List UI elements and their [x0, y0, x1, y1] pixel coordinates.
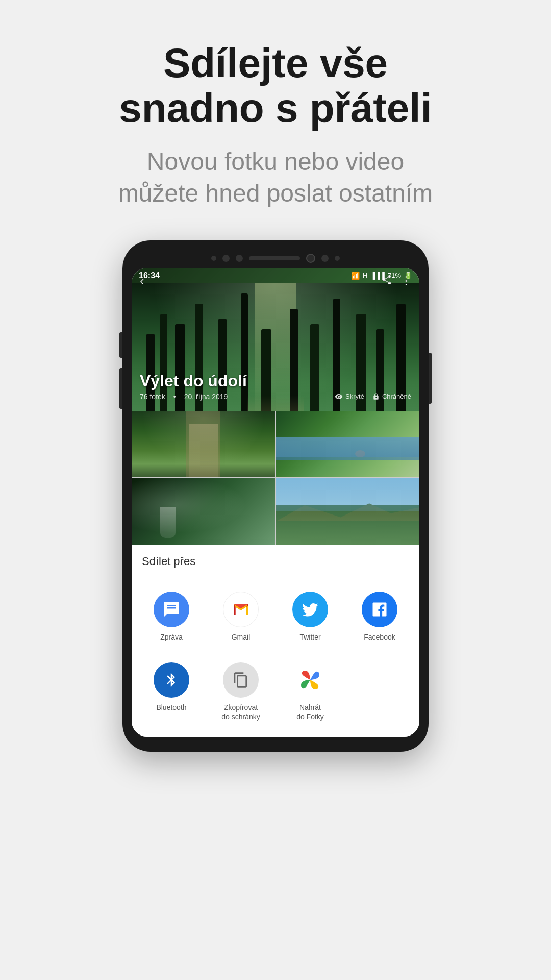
- album-meta-right: Skryté Chráněné: [335, 393, 411, 401]
- photo-grid: [132, 411, 419, 545]
- copy-icon: [223, 662, 259, 698]
- notch-dot-1: [211, 256, 216, 261]
- status-icons: 📶 H ▐▐▐ 71% 🔋: [351, 272, 412, 280]
- message-label: Zpráva: [160, 632, 183, 642]
- gmail-icon: [223, 592, 259, 627]
- hidden-label: Skryté: [345, 393, 364, 400]
- message-icon: [154, 592, 189, 627]
- front-camera: [306, 254, 315, 263]
- photo-3[interactable]: [132, 478, 275, 545]
- share-item-gmail[interactable]: Gmail: [206, 586, 276, 647]
- signal-bars-icon: ▐▐▐: [370, 272, 385, 279]
- phone-mockup: 16:34 📶 H ▐▐▐ 71% 🔋: [122, 240, 429, 752]
- bluetooth-label: Bluetooth: [156, 703, 186, 712]
- share-item-facebook[interactable]: Facebook: [345, 586, 414, 647]
- share-apps-row2: Bluetooth Zkopírovatdo schránky: [132, 652, 419, 737]
- hero-title: Sdílejte všesnadno s přáteli: [118, 41, 433, 131]
- notch-dot-4: [321, 255, 329, 262]
- share-item-twitter[interactable]: Twitter: [276, 586, 345, 647]
- album-date: 20. října 2019: [184, 393, 228, 401]
- photo-4[interactable]: [276, 478, 419, 545]
- twitter-label: Twitter: [299, 632, 320, 642]
- phone-notch: [132, 250, 419, 268]
- twitter-icon: [292, 592, 328, 627]
- signal-icon: H: [363, 272, 367, 279]
- notch-dot-5: [335, 256, 340, 261]
- dot-separator: •: [173, 393, 176, 401]
- status-time: 16:34: [139, 271, 160, 280]
- facebook-label: Facebook: [364, 632, 395, 642]
- wifi-icon: 📶: [351, 272, 360, 280]
- photo-count: 76 fotek: [140, 393, 165, 401]
- battery-text: 71%: [388, 272, 401, 279]
- battery-icon: 🔋: [404, 272, 412, 279]
- protected-label: Chráněné: [382, 393, 411, 400]
- photo-2[interactable]: [276, 411, 419, 477]
- share-apps-row1: Zpráva Gm: [132, 576, 419, 652]
- album-info: Výlet do údolí 76 fotek • 20. října 2019: [140, 372, 247, 401]
- album-meta: 76 fotek • 20. října 2019: [140, 393, 247, 401]
- album-header: 16:34 📶 H ▐▐▐ 71% 🔋: [132, 268, 419, 411]
- share-item-message[interactable]: Zpráva: [137, 586, 206, 647]
- gmail-label: Gmail: [232, 632, 251, 642]
- hero-subtitle: Novou fotku nebo videomůžete hned poslat…: [118, 146, 433, 210]
- hero-section: Sdílejte všesnadno s přáteli Novou fotku…: [78, 0, 473, 230]
- photo-1[interactable]: [132, 411, 275, 477]
- protected-badge: Chráněné: [372, 393, 411, 400]
- phone-screen: 16:34 📶 H ▐▐▐ 71% 🔋: [132, 268, 419, 737]
- copy-label: Zkopírovatdo schránky: [221, 703, 260, 721]
- notch-dot-3: [236, 255, 243, 262]
- power-button: [429, 353, 432, 404]
- share-header: Sdílet přes: [132, 545, 419, 576]
- album-title: Výlet do údolí: [140, 372, 247, 390]
- share-item-copy[interactable]: Zkopírovatdo schránky: [206, 657, 276, 726]
- bluetooth-icon: [154, 662, 189, 698]
- notch-speaker: [249, 256, 300, 260]
- share-sheet: Sdílet přes Zpráva: [132, 545, 419, 737]
- volume-button-down: [119, 368, 122, 409]
- notch-dot-2: [222, 255, 230, 262]
- hidden-badge: Skryté: [335, 393, 364, 401]
- photos-icon: [292, 662, 328, 698]
- facebook-icon: [362, 592, 397, 627]
- photos-label: Nahrátdo Fotky: [296, 703, 324, 721]
- share-item-photos[interactable]: Nahrátdo Fotky: [276, 657, 345, 726]
- volume-button-mute: [119, 332, 122, 358]
- share-item-bluetooth[interactable]: Bluetooth: [137, 657, 206, 726]
